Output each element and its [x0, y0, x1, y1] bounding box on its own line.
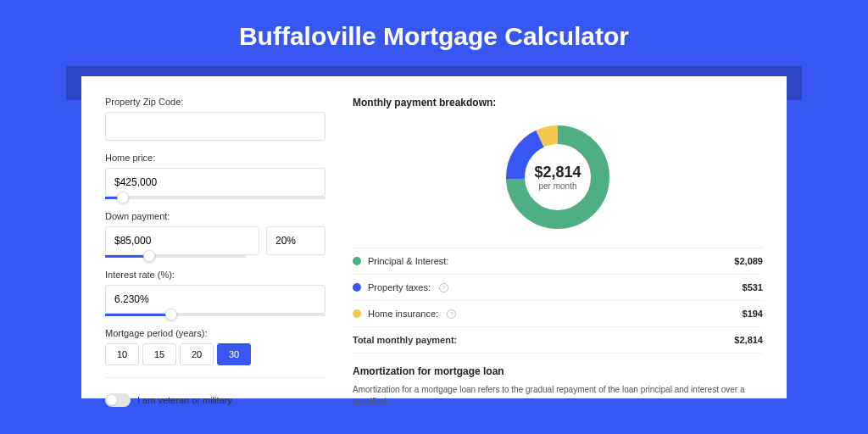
legend-value: $194: [743, 309, 763, 319]
down-payment-amount-input[interactable]: [105, 226, 259, 255]
zip-field: Property Zip Code:: [105, 97, 326, 141]
home-price-field: Home price:: [105, 153, 326, 199]
legend-label: Home insurance:: [368, 309, 438, 319]
down-payment-percent-input[interactable]: [266, 226, 326, 255]
donut-center: $2,814 per month: [503, 122, 613, 232]
home-price-label: Home price:: [105, 153, 326, 163]
info-icon[interactable]: ?: [439, 283, 448, 292]
slider-thumb[interactable]: [165, 309, 177, 320]
legend-dot: [353, 257, 361, 265]
zip-label: Property Zip Code:: [105, 97, 326, 107]
info-icon[interactable]: ?: [447, 309, 456, 319]
legend-label: Principal & Interest:: [368, 256, 448, 266]
interest-field: Interest rate (%):: [105, 270, 326, 316]
interest-input[interactable]: [105, 285, 326, 314]
interest-label: Interest rate (%):: [105, 270, 326, 280]
page-title: Buffaloville Mortgage Calculator: [0, 0, 868, 66]
home-price-slider[interactable]: [105, 197, 326, 199]
veteran-label: I am veteran or military: [137, 395, 232, 405]
veteran-toggle[interactable]: [105, 393, 131, 407]
down-payment-slider[interactable]: [105, 255, 246, 258]
breakdown-title: Monthly payment breakdown:: [353, 97, 763, 108]
interest-slider[interactable]: [105, 314, 326, 316]
zip-input[interactable]: [105, 112, 326, 141]
legend-row-total: Total monthly payment: $2,814: [353, 327, 763, 353]
legend-dot: [353, 309, 361, 318]
slider-thumb[interactable]: [143, 250, 155, 262]
amortization-text: Amortization for a mortgage loan refers …: [353, 384, 763, 408]
donut-amount: $2,814: [534, 164, 581, 181]
period-field: Mortgage period (years): 10 15 20 30: [105, 328, 326, 365]
donut-chart: $2,814 per month: [503, 122, 613, 232]
legend: Principal & Interest: $2,089 Property ta…: [353, 248, 763, 353]
slider-thumb[interactable]: [117, 192, 129, 203]
legend-dot: [353, 283, 361, 292]
donut-chart-wrap: $2,814 per month: [353, 115, 763, 248]
period-label: Mortgage period (years):: [105, 328, 326, 338]
legend-row-principal: Principal & Interest: $2,089: [353, 248, 763, 275]
form-panel: Property Zip Code: Home price: Down paym…: [105, 97, 326, 398]
legend-row-taxes: Property taxes: ? $531: [353, 275, 763, 301]
divider: [105, 377, 326, 378]
period-buttons: 10 15 20 30: [105, 343, 326, 365]
legend-value: $2,089: [734, 256, 763, 266]
down-payment-field: Down payment:: [105, 211, 326, 258]
calculator-card: Property Zip Code: Home price: Down paym…: [81, 76, 787, 398]
veteran-row: I am veteran or military: [105, 393, 326, 407]
period-option-10[interactable]: 10: [105, 343, 139, 365]
legend-value: $531: [743, 282, 763, 292]
donut-sub: per month: [538, 181, 576, 191]
total-label: Total monthly payment:: [353, 335, 457, 345]
down-payment-label: Down payment:: [105, 211, 326, 221]
home-price-input[interactable]: [105, 168, 326, 197]
period-option-20[interactable]: 20: [180, 343, 214, 365]
legend-row-insurance: Home insurance: ? $194: [353, 301, 763, 327]
period-option-30[interactable]: 30: [217, 343, 251, 365]
total-value: $2,814: [734, 335, 763, 345]
breakdown-panel: Monthly payment breakdown: $2,814 per mo…: [353, 97, 763, 398]
period-option-15[interactable]: 15: [142, 343, 176, 365]
amortization-title: Amortization for mortgage loan: [353, 365, 763, 377]
legend-label: Property taxes:: [368, 282, 431, 292]
